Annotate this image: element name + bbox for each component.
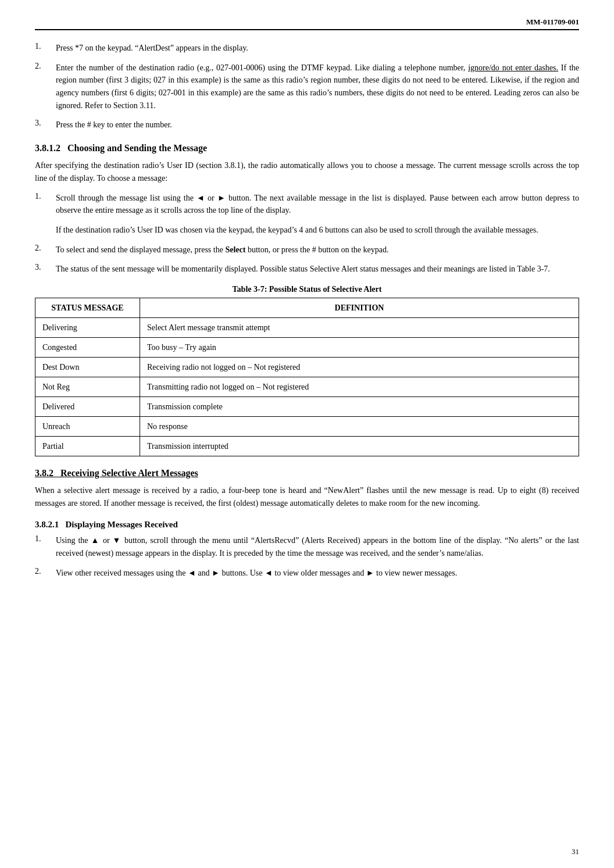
step-3812-content-2: To select and send the displayed message… [56, 244, 579, 256]
section-3812-step-1-sub: If the destination radio’s User ID was c… [56, 224, 579, 237]
section-3812-intro: After specifying the destination radio’s… [35, 159, 579, 184]
table-cell-definition: Select Alert message transmit attempt [140, 317, 579, 337]
table-cell-definition: Transmission interrupted [140, 436, 579, 456]
footer-page-number: 31 [572, 847, 579, 856]
section-3821-heading: 3.8.2.1 Displaying Messages Received [35, 520, 579, 530]
section-382-heading: 3.8.2 Receiving Selective Alert Messages [35, 468, 579, 478]
table-row: Not RegTransmitting radio not logged on … [35, 377, 579, 397]
section-3812-steps-2-3: 2. To select and send the displayed mess… [35, 244, 579, 276]
table-header-row: STATUS MESSAGE DEFINITION [35, 298, 579, 317]
section-3812-step-1: 1. Scroll through the message list using… [35, 192, 579, 217]
section-3821-steps: 1. Using the ▲ or ▼ button, scroll throu… [35, 534, 579, 579]
table-cell-status: Dest Down [35, 357, 140, 377]
step-3812-num-2: 2. [35, 244, 56, 253]
table-cell-status: Delivering [35, 317, 140, 337]
table-cell-status: Not Reg [35, 377, 140, 397]
table-body: DeliveringSelect Alert message transmit … [35, 317, 579, 456]
table-cell-status: Congested [35, 337, 140, 357]
intro-step-3: 3. Press the # key to enter the number. [35, 119, 579, 131]
step-content-2: Enter the number of the destination radi… [56, 62, 579, 112]
step-3821-num-1: 1. [35, 534, 56, 544]
table-cell-definition: Transmitting radio not logged on – Not r… [140, 377, 579, 397]
table-cell-definition: Too busy – Try again [140, 337, 579, 357]
status-table: STATUS MESSAGE DEFINITION DeliveringSele… [35, 298, 579, 456]
intro-steps-list: 1. Press *7 on the keypad. “AlertDest” a… [35, 42, 579, 131]
section-3821-step-1: 1. Using the ▲ or ▼ button, scroll throu… [35, 534, 579, 559]
table-cell-definition: Transmission complete [140, 397, 579, 416]
table-caption: Table 3-7: Possible Status of Selective … [35, 285, 579, 294]
step-3812-num-3: 3. [35, 263, 56, 272]
table-row: DeliveredTransmission complete [35, 397, 579, 416]
step-3821-content-1: Using the ▲ or ▼ button, scroll through … [56, 534, 579, 559]
step-3812-content-1: Scroll through the message list using th… [56, 192, 579, 217]
table-cell-definition: Receiving radio not logged on – Not regi… [140, 357, 579, 377]
step-num-3: 3. [35, 119, 56, 128]
section-3812-heading: 3.8.1.2 Choosing and Sending the Message [35, 143, 579, 153]
intro-step-2: 2. Enter the number of the destination r… [35, 62, 579, 112]
intro-step-1: 1. Press *7 on the keypad. “AlertDest” a… [35, 42, 579, 55]
step-3821-num-2: 2. [35, 567, 56, 576]
table-cell-definition: No response [140, 416, 579, 436]
table-row: DeliveringSelect Alert message transmit … [35, 317, 579, 337]
step-num-2: 2. [35, 62, 56, 71]
step-3812-content-3: The status of the sent message will be m… [56, 263, 579, 276]
table-row: Dest DownReceiving radio not logged on –… [35, 357, 579, 377]
section-3821-step-2: 2. View other received messages using th… [35, 567, 579, 580]
section-3812-step-3: 3. The status of the sent message will b… [35, 263, 579, 276]
header-bar: MM-011709-001 [35, 17, 579, 30]
step-3821-content-2: View other received messages using the ◄… [56, 567, 579, 580]
section-3812-step-2: 2. To select and send the displayed mess… [35, 244, 579, 256]
col-header-definition: DEFINITION [140, 298, 579, 317]
step-content-3: Press the # key to enter the number. [56, 119, 579, 131]
table-row: PartialTransmission interrupted [35, 436, 579, 456]
step-3812-num-1: 1. [35, 192, 56, 201]
section-3812-steps: 1. Scroll through the message list using… [35, 192, 579, 217]
section-382-text: When a selective alert message is receiv… [35, 484, 579, 509]
table-cell-status: Delivered [35, 397, 140, 416]
step-num-1: 1. [35, 42, 56, 51]
col-header-status: STATUS MESSAGE [35, 298, 140, 317]
table-row: UnreachNo response [35, 416, 579, 436]
table-cell-status: Partial [35, 436, 140, 456]
doc-number: MM-011709-001 [526, 17, 579, 27]
table-row: CongestedToo busy – Try again [35, 337, 579, 357]
table-cell-status: Unreach [35, 416, 140, 436]
step-content-1: Press *7 on the keypad. “AlertDest” appe… [56, 42, 579, 55]
